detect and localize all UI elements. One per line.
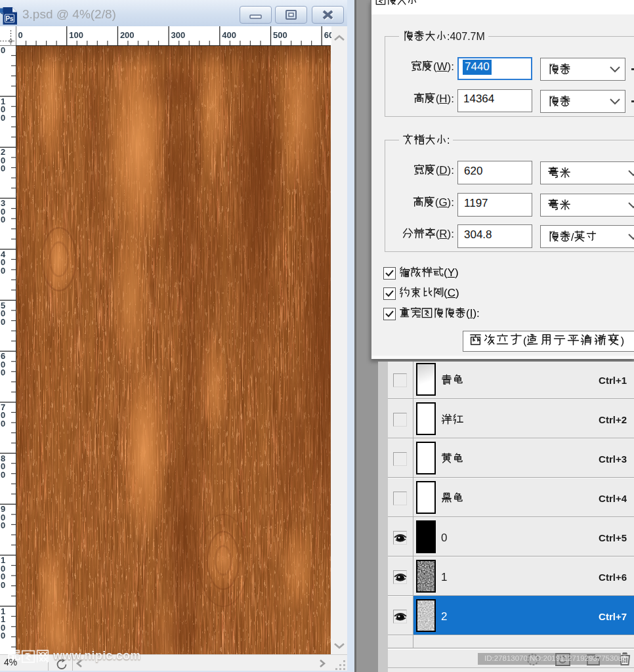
svg-text:0: 0 (18, 30, 23, 40)
svg-text:300: 300 (171, 30, 186, 40)
svg-text:0: 0 (1, 520, 5, 530)
svg-text:0: 0 (1, 470, 5, 480)
svg-text:Ps: Ps (5, 15, 14, 22)
svg-text:0: 0 (1, 317, 5, 327)
svg-text:500: 500 (273, 30, 287, 40)
svg-text:0: 0 (1, 368, 5, 377)
svg-text:0: 0 (1, 266, 5, 276)
svg-text:0: 0 (1, 163, 5, 173)
svg-text:0: 0 (1, 631, 5, 640)
svg-text:200: 200 (120, 30, 135, 40)
svg-text:0: 0 (1, 113, 5, 123)
svg-text:0: 0 (1, 45, 5, 55)
svg-text:0: 0 (1, 580, 5, 590)
svg-text:400: 400 (222, 30, 236, 40)
svg-text:0: 0 (1, 215, 5, 224)
svg-text:0: 0 (1, 419, 5, 429)
svg-text:100: 100 (69, 30, 83, 40)
